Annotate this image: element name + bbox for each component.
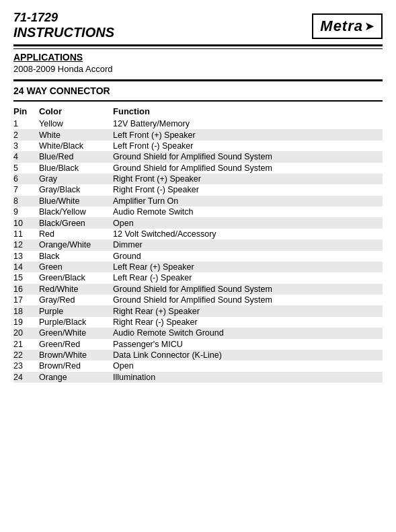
header-divider-thin — [13, 48, 383, 49]
cell-function: Open — [113, 360, 383, 371]
cell-color: Green/Red — [39, 339, 113, 350]
cell-function: Right Front (-) Speaker — [113, 184, 383, 195]
table-row: 21Green/RedPassenger's MICU — [13, 339, 383, 350]
table-row: 17Gray/RedGround Shield for Amplified So… — [13, 295, 383, 305]
cell-function: Left Rear (+) Speaker — [113, 262, 383, 272]
logo-arrow-icon: ➤ — [364, 19, 374, 34]
logo: Metra ➤ — [312, 13, 383, 39]
instructions-label: INSTRUCTIONS — [13, 25, 114, 40]
table-row: 15Green/BlackLeft Rear (-) Speaker — [13, 272, 383, 283]
logo-box: Metra ➤ — [312, 13, 383, 39]
table-row: 18PurpleRight Rear (+) Speaker — [13, 305, 383, 316]
cell-color: Black/Green — [39, 217, 113, 228]
cell-pin: 15 — [13, 272, 39, 283]
cell-pin: 20 — [13, 328, 39, 338]
cell-function: Ground Shield for Amplified Sound System — [113, 295, 383, 305]
cell-color: Purple — [39, 305, 113, 316]
table-row: 9Black/YellowAudio Remote Switch — [13, 206, 383, 217]
cell-function: Right Front (+) Speaker — [113, 174, 383, 184]
cell-function: Left Front (+) Speaker — [113, 129, 383, 140]
cell-color: Blue/White — [39, 196, 113, 206]
cell-color: Green/White — [39, 328, 113, 338]
cell-function: Data Link Connector (K-Line) — [113, 350, 383, 360]
cell-function: 12 Volt Switched/Accessory — [113, 229, 383, 239]
cell-color: Red — [39, 229, 113, 239]
cell-function: Ground — [113, 251, 383, 262]
table-row: 2WhiteLeft Front (+) Speaker — [13, 129, 383, 140]
table-row: 5Blue/BlackGround Shield for Amplified S… — [13, 163, 383, 174]
table-row: 20Green/WhiteAudio Remote Switch Ground — [13, 328, 383, 338]
connector-divider — [13, 100, 383, 102]
cell-color: White/Black — [39, 141, 113, 151]
col-header-color: Color — [39, 106, 113, 118]
cell-color: Black — [39, 251, 113, 262]
cell-pin: 17 — [13, 295, 39, 305]
cell-function: Left Rear (-) Speaker — [113, 272, 383, 283]
cell-pin: 22 — [13, 350, 39, 360]
table-row: 4Blue/RedGround Shield for Amplified Sou… — [13, 151, 383, 162]
header: 71-1729 INSTRUCTIONS Metra ➤ — [13, 11, 383, 40]
cell-pin: 10 — [13, 217, 39, 228]
title-block: 71-1729 INSTRUCTIONS — [13, 11, 114, 40]
table-row: 12Orange/WhiteDimmer — [13, 239, 383, 250]
cell-function: Illumination — [113, 372, 383, 383]
cell-pin: 1 — [13, 118, 39, 129]
cell-function: Ground Shield for Amplified Sound System — [113, 151, 383, 162]
cell-color: Brown/White — [39, 350, 113, 360]
header-divider-thick — [13, 44, 383, 46]
table-row: 3White/BlackLeft Front (-) Speaker — [13, 141, 383, 151]
table-row: 23Brown/RedOpen — [13, 360, 383, 371]
cell-function: Right Rear (+) Speaker — [113, 305, 383, 316]
col-header-function: Function — [113, 106, 383, 118]
cell-pin: 3 — [13, 141, 39, 151]
model-number: 71-1729 — [13, 11, 114, 25]
cell-color: White — [39, 129, 113, 140]
table-row: 7Gray/BlackRight Front (-) Speaker — [13, 184, 383, 195]
cell-color: Brown/Red — [39, 360, 113, 371]
cell-color: Green — [39, 262, 113, 272]
cell-pin: 7 — [13, 184, 39, 195]
cell-pin: 12 — [13, 239, 39, 250]
applications-divider — [13, 79, 383, 81]
cell-pin: 8 — [13, 196, 39, 206]
cell-function: Left Front (-) Speaker — [113, 141, 383, 151]
logo-text: Metra — [320, 17, 363, 35]
table-row: 11Red12 Volt Switched/Accessory — [13, 229, 383, 239]
cell-pin: 5 — [13, 163, 39, 174]
table-header-row: Pin Color Function — [13, 106, 383, 118]
table-row: 14GreenLeft Rear (+) Speaker — [13, 262, 383, 272]
cell-pin: 11 — [13, 229, 39, 239]
cell-color: Orange — [39, 372, 113, 383]
cell-color: Gray/Black — [39, 184, 113, 195]
table-row: 22Brown/WhiteData Link Connector (K-Line… — [13, 350, 383, 360]
table-row: 6GrayRight Front (+) Speaker — [13, 174, 383, 184]
cell-function: 12V Battery/Memory — [113, 118, 383, 129]
cell-pin: 14 — [13, 262, 39, 272]
cell-pin: 24 — [13, 372, 39, 383]
cell-pin: 16 — [13, 284, 39, 295]
cell-function: Ground Shield for Amplified Sound System — [113, 163, 383, 174]
cell-pin: 21 — [13, 339, 39, 350]
cell-pin: 19 — [13, 317, 39, 328]
table-row: 10Black/GreenOpen — [13, 217, 383, 228]
cell-color: Blue/Red — [39, 151, 113, 162]
cell-function: Right Rear (-) Speaker — [113, 317, 383, 328]
cell-pin: 9 — [13, 206, 39, 217]
table-row: 13BlackGround — [13, 251, 383, 262]
cell-color: Black/Yellow — [39, 206, 113, 217]
cell-function: Passenger's MICU — [113, 339, 383, 350]
cell-color: Orange/White — [39, 239, 113, 250]
table-row: 19Purple/BlackRight Rear (-) Speaker — [13, 317, 383, 328]
cell-pin: 6 — [13, 174, 39, 184]
page: 71-1729 INSTRUCTIONS Metra ➤ APPLICATION… — [0, 0, 396, 393]
cell-function: Open — [113, 217, 383, 228]
pin-table: Pin Color Function 1Yellow12V Battery/Me… — [13, 106, 383, 383]
cell-color: Red/White — [39, 284, 113, 295]
cell-function: Dimmer — [113, 239, 383, 250]
vehicle-text: 2008-2009 Honda Accord — [13, 64, 383, 74]
col-header-pin: Pin — [13, 106, 39, 118]
table-row: 8Blue/WhiteAmplifier Turn On — [13, 196, 383, 206]
table-row: 24OrangeIllumination — [13, 372, 383, 383]
cell-function: Audio Remote Switch Ground — [113, 328, 383, 338]
cell-function: Audio Remote Switch — [113, 206, 383, 217]
